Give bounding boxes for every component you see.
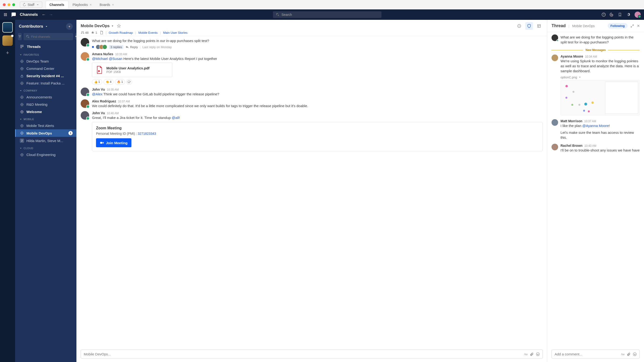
help-icon[interactable]: ? xyxy=(602,13,606,17)
workspace-switcher[interactable]: Contributors xyxy=(19,24,48,29)
sidebar-channel[interactable]: Feature: Install Packa ... xyxy=(15,80,76,87)
avatar[interactable] xyxy=(81,111,89,120)
reaction[interactable]: 🔥1 xyxy=(115,79,125,85)
section-header[interactable]: FAVORITES xyxy=(15,51,76,58)
section-header[interactable]: CLOUD xyxy=(15,144,76,151)
forward-button[interactable]: → xyxy=(49,12,53,17)
thread-channel[interactable]: Mobile DevOps xyxy=(572,24,595,28)
files-icon[interactable] xyxy=(100,31,103,35)
staff-dropdown[interactable]: Staff xyxy=(20,2,42,8)
following-badge[interactable]: Following xyxy=(608,23,628,29)
avatar[interactable] xyxy=(552,144,558,150)
avatar[interactable] xyxy=(81,38,89,47)
author[interactable]: John Vu xyxy=(92,111,105,115)
sidebar-channel[interactable]: DevOps Team xyxy=(15,58,76,65)
star-icon[interactable] xyxy=(117,24,121,28)
pinned-count[interactable]: 1 xyxy=(91,31,97,35)
sidebar-channel[interactable]: R&D Meeting xyxy=(15,101,76,108)
sidebar-channel[interactable]: Welcome xyxy=(15,108,76,115)
author[interactable]: Ayanna Moore xyxy=(560,55,583,58)
message-composer[interactable]: Aa xyxy=(81,349,543,359)
close-icon[interactable]: × xyxy=(90,3,92,7)
sidebar-channel[interactable]: Command Center xyxy=(15,65,76,72)
attachment-icon[interactable] xyxy=(530,352,534,356)
members-count[interactable]: 48 xyxy=(81,31,88,35)
emoji-icon[interactable] xyxy=(536,352,540,356)
new-button[interactable]: + xyxy=(66,23,73,30)
thread-input[interactable] xyxy=(554,352,618,356)
reaction[interactable]: 👏4 xyxy=(104,79,114,85)
zoom-pmi-link[interactable]: 3271823343 xyxy=(138,132,156,135)
server-contributors[interactable] xyxy=(2,22,13,33)
reply-link[interactable]: Reply xyxy=(125,45,138,49)
avatar[interactable] xyxy=(552,119,558,126)
join-meeting-button[interactable]: Join Meeting xyxy=(96,138,132,147)
apps-grid-icon[interactable] xyxy=(3,13,8,17)
formatting-icon[interactable]: Aa xyxy=(524,352,528,356)
author[interactable]: John Vu xyxy=(92,88,105,91)
author[interactable]: Amara Nuñes xyxy=(92,52,113,56)
section-header[interactable]: COMPANY xyxy=(15,87,76,94)
header-link[interactable]: Mobile Events xyxy=(138,31,158,35)
avatar[interactable] xyxy=(81,88,89,96)
composer-input[interactable] xyxy=(84,352,522,356)
settings-icon[interactable] xyxy=(626,13,630,17)
tab-playbooks[interactable]: Playbooks × xyxy=(69,1,96,9)
emoji-icon[interactable] xyxy=(633,352,637,356)
image-preview[interactable] xyxy=(560,80,640,115)
thread-composer[interactable]: Aa xyxy=(552,349,640,359)
maximize-window[interactable] xyxy=(12,3,15,6)
mention[interactable]: @all xyxy=(172,116,179,120)
sidebar-channel[interactable]: Security Incident #4 ... xyxy=(15,72,76,80)
thread-replies[interactable]: 3 replies Reply | Last reply on Monday xyxy=(92,45,543,49)
reaction[interactable]: 👍1 xyxy=(92,79,102,85)
sidebar-channel[interactable]: Cloud Engineering xyxy=(15,151,76,158)
back-button[interactable]: ← xyxy=(42,12,46,17)
section-header[interactable]: MOBILE xyxy=(15,115,76,122)
tab-channels[interactable]: Channels xyxy=(46,1,68,9)
find-input[interactable] xyxy=(31,35,71,39)
mute-icon[interactable] xyxy=(516,22,523,30)
close-icon[interactable]: × xyxy=(112,3,114,7)
avatar[interactable] xyxy=(81,99,89,108)
image-filename[interactable]: optionC.png xyxy=(560,75,640,79)
mentions-icon[interactable] xyxy=(610,13,614,17)
security-icon[interactable] xyxy=(525,22,533,30)
find-channels[interactable] xyxy=(24,33,73,40)
sidebar-channel[interactable]: Announcements xyxy=(15,94,76,101)
sidebar-channel[interactable]: 2Hilda Martin, Steve M... xyxy=(15,137,76,144)
saved-icon[interactable] xyxy=(618,13,622,17)
author[interactable]: Rachel Brown xyxy=(560,144,582,148)
user-avatar[interactable] xyxy=(634,12,641,18)
attachment-icon[interactable] xyxy=(627,352,630,356)
mention[interactable]: @Ayanna Moore xyxy=(582,124,609,128)
formatting-icon[interactable]: Aa xyxy=(621,352,624,356)
board-icon[interactable] xyxy=(535,22,543,30)
close-window[interactable] xyxy=(3,3,6,6)
author[interactable]: Alex Rodriguez xyxy=(92,99,116,103)
mention[interactable]: @Michael xyxy=(92,57,108,61)
minimize-window[interactable] xyxy=(8,3,10,6)
sidebar-threads[interactable]: Threads xyxy=(15,42,76,51)
avatar[interactable] xyxy=(552,35,558,41)
close-thread[interactable]: × xyxy=(637,23,640,29)
header-link[interactable]: Main User Stories xyxy=(163,31,187,35)
global-search[interactable] xyxy=(273,11,382,18)
add-server[interactable]: + xyxy=(3,49,12,57)
expand-icon[interactable] xyxy=(630,24,634,28)
sidebar-channel[interactable]: Mobile DevOps1 xyxy=(15,129,76,137)
avatar[interactable] xyxy=(552,55,558,61)
author[interactable]: Matt Morrison xyxy=(560,119,582,123)
add-reaction[interactable] xyxy=(126,79,132,85)
server-other[interactable] xyxy=(2,35,13,46)
mention[interactable]: @Alex xyxy=(92,92,102,96)
search-input[interactable] xyxy=(282,13,378,17)
avatar[interactable] xyxy=(81,52,89,61)
filter-button[interactable] xyxy=(18,33,22,40)
header-link[interactable]: Growth Roadmap xyxy=(109,31,133,35)
mention[interactable]: @Susan xyxy=(109,57,122,61)
channel-name-dropdown[interactable]: Mobile DevOps xyxy=(81,24,114,28)
tab-boards[interactable]: Boards × xyxy=(96,1,118,9)
sidebar-channel[interactable]: Mobile Test Alerts xyxy=(15,122,76,129)
file-attachment[interactable]: Mobile User Analytics.pdf PDF 15KB xyxy=(92,63,172,77)
